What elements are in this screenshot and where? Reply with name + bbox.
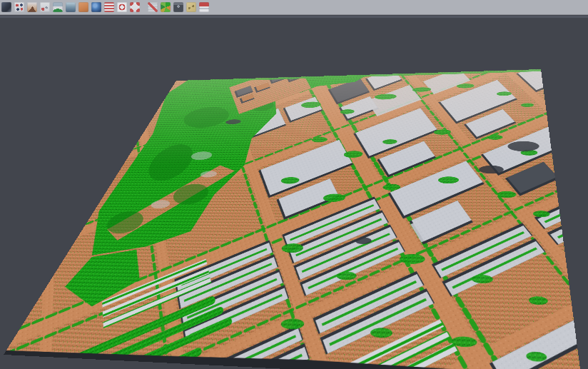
- ortho-tile-icon[interactable]: [78, 2, 88, 12]
- point-cloud-scene: [4, 69, 582, 369]
- texture-map-icon[interactable]: [186, 2, 196, 12]
- sor-filter-icon[interactable]: [117, 2, 127, 12]
- crop-icon[interactable]: [130, 2, 140, 12]
- delete-layer-icon[interactable]: [199, 2, 209, 12]
- height-profile-icon[interactable]: [66, 2, 76, 12]
- raster-grid-icon[interactable]: [148, 2, 158, 12]
- classification-icon[interactable]: [161, 2, 171, 12]
- dem-terrain-icon[interactable]: [53, 2, 63, 12]
- building-shadow: [312, 69, 348, 73]
- viewport-3d[interactable]: [0, 18, 588, 369]
- subsample-icon[interactable]: [40, 2, 50, 12]
- point-pairs-align-icon[interactable]: [14, 2, 24, 12]
- terrain-mesh-icon[interactable]: [27, 2, 37, 12]
- building: [313, 69, 347, 71]
- open-cloud-icon[interactable]: [1, 2, 11, 12]
- building-shadow: [565, 95, 582, 137]
- application-window: [0, 0, 588, 369]
- point-cloud-ground: [4, 69, 582, 369]
- building: [407, 69, 445, 73]
- toolbar: [0, 0, 588, 15]
- building: [567, 95, 582, 135]
- distance-haze: [123, 69, 553, 166]
- camera-icon[interactable]: [173, 2, 183, 12]
- histogram-icon[interactable]: [104, 2, 114, 12]
- globe-icon[interactable]: [91, 2, 101, 12]
